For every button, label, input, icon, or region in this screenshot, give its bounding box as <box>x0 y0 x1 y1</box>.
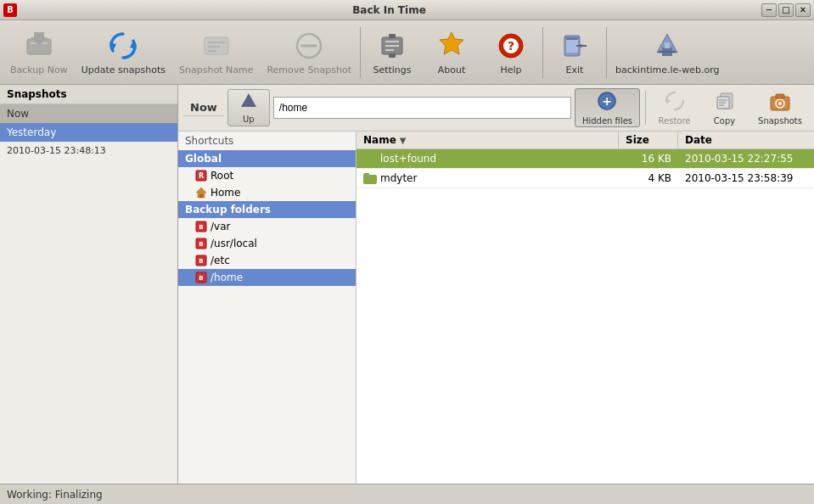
svg-rect-11 <box>385 41 399 42</box>
svg-text:B: B <box>199 224 203 231</box>
sidebar-item-now[interactable]: Now <box>0 104 177 123</box>
copy-button[interactable]: Copy <box>701 88 748 127</box>
help-button[interactable]: ? Help <box>481 25 541 79</box>
content-area: Now Up + Hidde <box>178 85 814 484</box>
shortcut-usr-local[interactable]: B /usr/local <box>178 235 356 252</box>
file-row-lost-found[interactable]: lost+found 16 KB 2010-03-15 22:27:55 <box>356 149 814 169</box>
shortcut-etc-label: /etc <box>211 255 230 266</box>
shortcut-usr-local-label: /usr/local <box>211 238 257 249</box>
path-input[interactable] <box>273 97 571 119</box>
sort-arrow-icon: ▼ <box>400 136 407 145</box>
file-row-mdyter[interactable]: mdyter 4 KB 2010-03-15 23:58:39 <box>356 169 814 188</box>
minimize-button[interactable]: − <box>761 3 777 17</box>
restore-icon <box>664 90 686 116</box>
remove-snapshot-icon <box>292 29 326 63</box>
separator-3 <box>606 27 607 78</box>
svg-rect-26 <box>659 51 676 53</box>
global-section-header: Global <box>178 150 356 167</box>
remove-snapshot-button[interactable]: Remove Snapshot <box>260 25 358 79</box>
shortcut-home-dir[interactable]: B /home <box>178 269 356 286</box>
shortcut-home[interactable]: Home <box>178 184 356 201</box>
content-toolbar: Now Up + Hidde <box>178 85 814 132</box>
snapshot-name-button[interactable]: Snapshot Name <box>172 25 260 79</box>
close-button[interactable]: ✕ <box>795 3 811 17</box>
folder-usr-icon: B <box>195 238 207 249</box>
folder-lost-found-icon <box>363 153 377 165</box>
svg-rect-15 <box>389 53 396 58</box>
current-location-header: Now <box>183 99 224 116</box>
col-date-header[interactable]: Date <box>678 132 814 148</box>
hidden-files-icon: + <box>596 90 618 116</box>
app-icon: B <box>3 3 17 17</box>
hidden-files-label: Hidden files <box>582 116 632 126</box>
website-icon <box>650 29 684 63</box>
file-lost-found-name: lost+found <box>356 149 619 168</box>
svg-text:+: + <box>603 94 613 108</box>
shortcut-root[interactable]: R Root <box>178 167 356 184</box>
remove-snapshot-label: Remove Snapshot <box>267 64 351 76</box>
svg-rect-21 <box>566 39 578 53</box>
folder-etc-icon: B <box>195 255 207 266</box>
hidden-files-button[interactable]: + Hidden files <box>575 88 640 127</box>
help-label: Help <box>500 64 521 76</box>
folder-mdyter-icon <box>363 172 377 184</box>
up-arrow-icon <box>239 92 258 115</box>
file-lost-found-size: 16 KB <box>619 149 678 168</box>
svg-marker-27 <box>241 93 256 107</box>
update-snapshots-icon <box>106 29 140 63</box>
exit-label: Exit <box>566 64 584 76</box>
home-icon <box>195 187 207 199</box>
col-name-header[interactable]: Name ▼ <box>356 132 619 148</box>
statusbar: Working: Finalizing <box>0 484 814 504</box>
website-button[interactable]: backintime.le-web.org <box>609 25 727 79</box>
sidebar-snapshot-date: 2010-03-15 23:48:13 <box>0 142 177 160</box>
shortcuts-panel: Shortcuts Global R Root Home <box>178 132 356 484</box>
update-snapshots-button[interactable]: Update snapshots <box>75 25 172 79</box>
restore-button[interactable]: Restore <box>651 88 698 127</box>
shortcut-var[interactable]: B /var <box>178 218 356 235</box>
update-snapshots-label: Update snapshots <box>81 64 166 76</box>
svg-text:B: B <box>199 258 203 265</box>
svg-rect-12 <box>385 45 399 47</box>
window-controls: − □ ✕ <box>761 3 811 17</box>
svg-rect-43 <box>199 194 203 198</box>
shortcut-home-dir-label: /home <box>211 272 243 283</box>
settings-label: Settings <box>373 64 411 76</box>
root-icon: R <box>195 170 207 182</box>
svg-text:?: ? <box>508 39 514 53</box>
sidebar-item-yesterday[interactable]: Yesterday <box>0 123 177 142</box>
files-header: Name ▼ Size Date <box>356 132 814 149</box>
settings-icon <box>375 29 409 63</box>
snapshot-name-label: Snapshot Name <box>179 64 253 76</box>
about-button[interactable]: About <box>422 25 481 79</box>
file-area: Shortcuts Global R Root Home <box>178 132 814 484</box>
svg-rect-4 <box>205 37 228 54</box>
backup-now-button[interactable]: Backup Now <box>3 25 75 79</box>
snapshots-btn[interactable]: Snapshots <box>751 88 809 127</box>
shortcut-etc[interactable]: B /etc <box>178 252 356 269</box>
backup-now-icon <box>22 29 56 63</box>
shortcuts-title: Shortcuts <box>178 132 356 150</box>
up-button[interactable]: Up <box>227 89 270 126</box>
shortcut-root-label: Root <box>211 170 233 182</box>
status-text: Working: Finalizing <box>7 489 103 501</box>
file-mdyter-date: 2010-03-15 23:58:39 <box>678 169 814 188</box>
website-label: backintime.le-web.org <box>615 64 720 76</box>
maximize-button[interactable]: □ <box>778 3 794 17</box>
shortcut-home-label: Home <box>211 187 240 199</box>
svg-text:B: B <box>199 275 203 282</box>
file-lost-found-date: 2010-03-15 22:27:55 <box>678 149 814 168</box>
svg-rect-25 <box>665 42 670 48</box>
help-icon: ? <box>494 29 528 63</box>
folder-home-icon: B <box>195 272 207 283</box>
exit-button[interactable]: Exit <box>545 25 604 79</box>
backup-section-header: Backup folders <box>178 201 356 218</box>
copy-label: Copy <box>714 116 735 126</box>
file-mdyter-name: mdyter <box>356 169 619 188</box>
svg-rect-14 <box>389 34 396 38</box>
col-size-header[interactable]: Size <box>619 132 678 148</box>
svg-text:B: B <box>199 241 203 248</box>
svg-rect-39 <box>776 94 784 98</box>
settings-button[interactable]: Settings <box>362 25 422 79</box>
backup-now-label: Backup Now <box>10 64 68 76</box>
